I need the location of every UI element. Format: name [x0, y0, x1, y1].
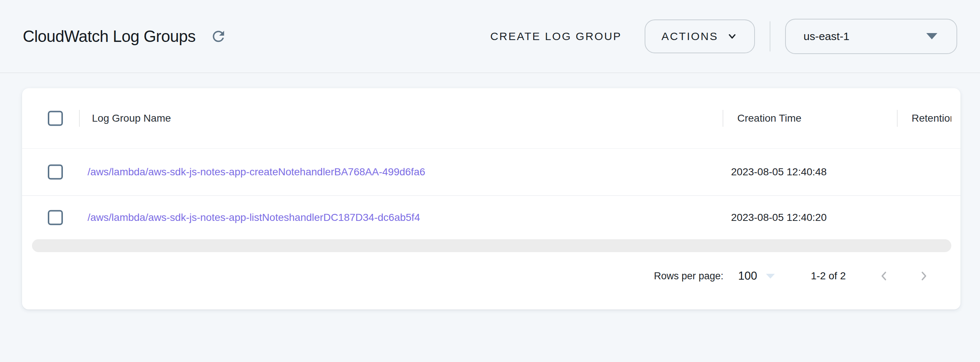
previous-page-button[interactable] — [875, 267, 894, 286]
region-selector[interactable]: us-east-1 — [785, 19, 957, 54]
rows-per-page-label: Rows per page: — [654, 270, 723, 282]
column-divider — [722, 110, 723, 127]
log-group-link[interactable]: /aws/lambda/aws-sdk-js-notes-app-createN… — [88, 166, 425, 178]
chevron-left-icon — [877, 269, 891, 283]
column-divider — [79, 110, 80, 127]
rows-per-page-value: 100 — [738, 269, 757, 283]
actions-button-label: ACTIONS — [662, 30, 718, 43]
pagination-range-label: 1-2 of 2 — [811, 270, 846, 282]
row-checkbox[interactable] — [48, 210, 63, 225]
column-header-retention: Retention — [912, 113, 951, 124]
select-all-checkbox[interactable] — [48, 111, 63, 126]
refresh-icon — [210, 28, 227, 45]
region-selector-value: us-east-1 — [803, 30, 926, 43]
row-checkbox-cell — [48, 165, 63, 180]
column-divider — [897, 110, 897, 127]
table-row: /aws/lambda/aws-sdk-js-notes-app-listNot… — [22, 196, 961, 239]
row-checkbox-cell — [48, 210, 63, 225]
page-title: CloudWatch Log Groups — [23, 27, 196, 46]
select-all-checkbox-cell — [48, 111, 63, 126]
refresh-button[interactable] — [208, 26, 229, 47]
table-header-row: Log Group Name Creation Time Retention — [22, 88, 961, 149]
column-header-log-group-name: Log Group Name — [92, 113, 171, 124]
header-divider — [770, 21, 770, 51]
app-header: CloudWatch Log Groups CREATE LOG GROUP A… — [0, 0, 980, 73]
rows-per-page-select[interactable]: 100 — [738, 269, 775, 283]
chevron-right-icon — [917, 269, 931, 283]
pagination-bar: Rows per page: 100 1-2 of 2 — [22, 252, 961, 300]
log-groups-card: Log Group Name Creation Time Retention /… — [22, 88, 961, 310]
cloudwatch-log-groups-page: CloudWatch Log Groups CREATE LOG GROUP A… — [0, 0, 980, 362]
rows-per-page-arrow-icon — [766, 274, 775, 279]
create-log-group-button[interactable]: CREATE LOG GROUP — [490, 30, 622, 43]
actions-button[interactable]: ACTIONS — [644, 19, 755, 53]
log-group-link[interactable]: /aws/lambda/aws-sdk-js-notes-app-listNot… — [88, 212, 420, 224]
column-header-creation-time: Creation Time — [737, 113, 801, 124]
horizontal-scrollbar[interactable] — [32, 239, 951, 252]
table-row: /aws/lambda/aws-sdk-js-notes-app-createN… — [22, 149, 961, 196]
next-page-button[interactable] — [914, 267, 933, 286]
dropdown-arrow-icon — [926, 33, 937, 39]
row-checkbox[interactable] — [48, 165, 63, 180]
creation-time-cell: 2023-08-05 12:40:48 — [731, 166, 827, 178]
chevron-down-icon — [718, 30, 738, 42]
creation-time-cell: 2023-08-05 12:40:20 — [731, 212, 827, 224]
